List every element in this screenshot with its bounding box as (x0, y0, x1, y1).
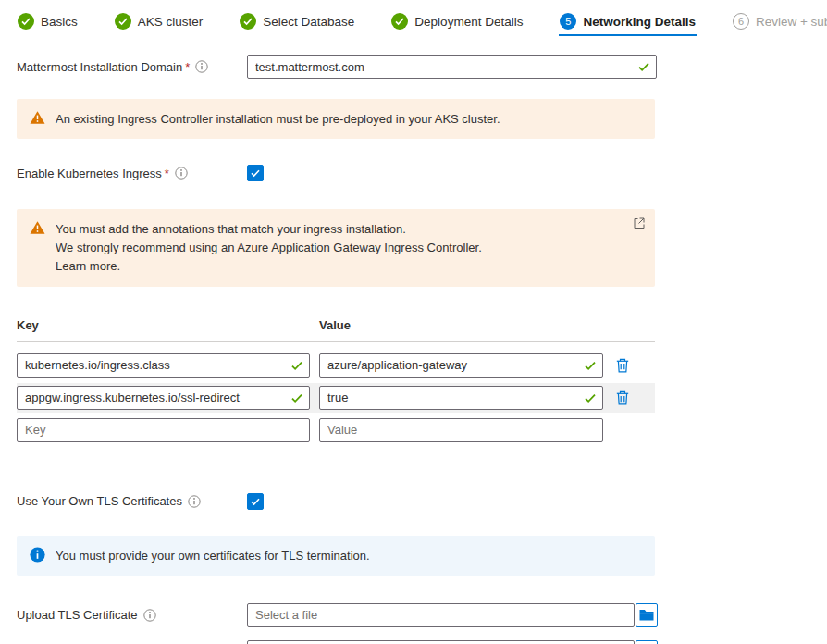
info-icon[interactable] (195, 60, 208, 73)
upload-key-row: Upload TLS Key (17, 640, 810, 644)
required-asterisk: * (165, 167, 169, 180)
warning-icon (30, 110, 45, 126)
tab-label: Deployment Details (414, 15, 523, 29)
tls-certificates-checkbox[interactable] (247, 493, 264, 510)
tls-certificates-row: Use Your Own TLS Certificates (17, 493, 810, 510)
upload-certificate-row: Upload TLS Certificate (17, 603, 810, 627)
info-icon[interactable] (175, 167, 188, 180)
popout-icon[interactable] (634, 217, 645, 229)
annotations-table: Key Value (17, 318, 655, 445)
delete-row-button[interactable] (612, 355, 633, 376)
tab-select-database[interactable]: Select Database (239, 9, 355, 42)
tab-networking-details[interactable]: 5 Networking Details (559, 9, 697, 42)
domain-input-wrap (247, 55, 657, 79)
check-circle-icon (391, 13, 408, 30)
browse-file-button[interactable] (636, 640, 658, 644)
check-circle-icon (115, 13, 131, 30)
table-row (17, 383, 655, 413)
step-number-badge: 6 (733, 13, 749, 30)
table-row (17, 351, 655, 380)
networking-details-page: Basics AKS cluster Select Database Deplo… (0, 0, 827, 644)
key-column-header: Key (17, 318, 310, 332)
tab-label: Review + submit (756, 15, 827, 29)
ingress-warning-text: An existing Ingress Controller installat… (56, 109, 500, 129)
warning-line-2: We strongly recommend using an Azure App… (56, 239, 482, 257)
info-circle-icon (30, 547, 45, 563)
table-row-empty (17, 415, 655, 445)
step-number-badge: 5 (560, 13, 576, 30)
key-file-input[interactable] (247, 640, 635, 644)
required-asterisk: * (185, 60, 190, 74)
annotations-table-header: Key Value (17, 318, 655, 342)
value-column-header: Value (319, 318, 603, 332)
browse-file-button[interactable] (636, 603, 658, 627)
certificate-file-input[interactable] (247, 603, 635, 627)
tab-label: Select Database (263, 15, 354, 29)
annotation-key-input[interactable] (17, 353, 310, 378)
tab-label: AKS cluster (138, 15, 204, 29)
enable-ingress-checkbox[interactable] (247, 165, 264, 181)
upload-certificate-label: Upload TLS Certificate (17, 608, 247, 622)
annotation-key-input[interactable] (17, 418, 310, 442)
delete-row-button[interactable] (612, 388, 633, 408)
ingress-warning-banner: An existing Ingress Controller installat… (17, 99, 655, 139)
tab-deployment-details[interactable]: Deployment Details (390, 9, 524, 42)
domain-field-label: Mattermost Installation Domain * (17, 60, 247, 74)
warning-line-1: You must add the annotations that match … (56, 220, 482, 239)
wizard-tabs: Basics AKS cluster Select Database Deplo… (17, 9, 810, 42)
tab-label: Basics (41, 15, 78, 29)
check-circle-icon (240, 13, 256, 30)
annotations-warning-text: You must add the annotations that match … (56, 219, 482, 276)
tab-review-submit[interactable]: 6 Review + submit (732, 9, 827, 42)
tab-aks-cluster[interactable]: AKS cluster (114, 9, 204, 42)
annotation-value-input[interactable] (319, 353, 603, 378)
info-icon[interactable] (188, 495, 201, 508)
tls-info-banner: You must provide your own certificates f… (17, 536, 655, 576)
check-circle-icon (18, 13, 34, 30)
annotation-key-input[interactable] (17, 386, 310, 410)
domain-input[interactable] (247, 55, 657, 79)
tls-info-text: You must provide your own certificates f… (56, 546, 370, 565)
enable-ingress-row: Enable Kubernetes Ingress * (17, 165, 810, 181)
tls-certificates-label: Use Your Own TLS Certificates (17, 494, 247, 508)
domain-field-row: Mattermost Installation Domain * (17, 55, 810, 79)
tab-label: Networking Details (583, 15, 696, 29)
learn-more-link[interactable]: Learn more. (56, 257, 482, 276)
annotations-warning-banner: You must add the annotations that match … (17, 209, 655, 286)
tab-basics[interactable]: Basics (17, 9, 79, 42)
annotation-value-input[interactable] (319, 386, 603, 410)
enable-ingress-label: Enable Kubernetes Ingress * (17, 167, 247, 180)
info-icon[interactable] (143, 609, 156, 622)
annotation-value-input[interactable] (319, 418, 603, 442)
warning-icon (30, 220, 45, 236)
